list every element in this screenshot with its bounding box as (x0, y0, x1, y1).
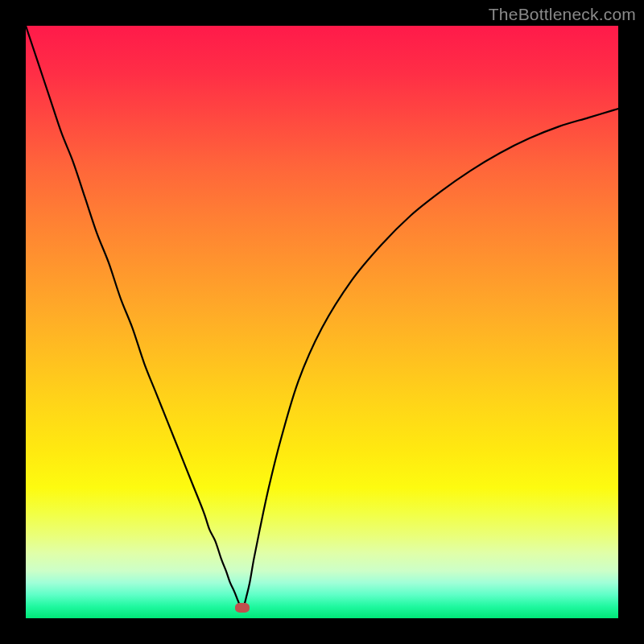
chart-frame: TheBottleneck.com (0, 0, 644, 644)
bottleneck-curve (26, 26, 618, 618)
watermark-text: TheBottleneck.com (489, 5, 636, 24)
optimum-marker (235, 603, 250, 613)
plot-area (26, 26, 618, 618)
